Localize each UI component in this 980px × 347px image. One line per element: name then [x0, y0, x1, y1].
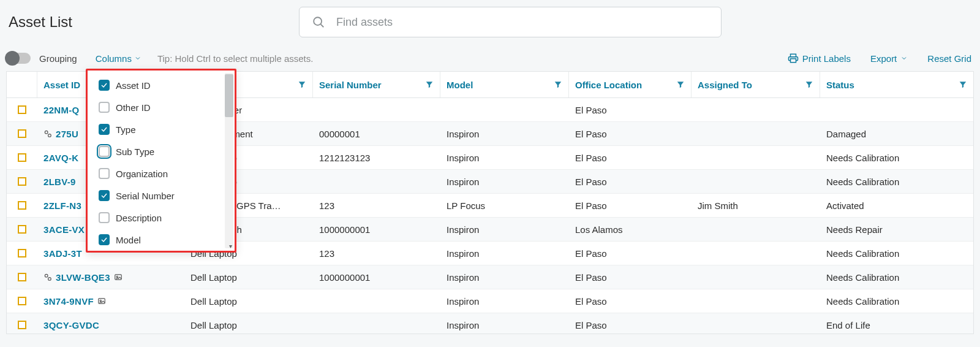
page-title: Asset List — [9, 13, 72, 31]
table-row[interactable]: 3N74-9NVFDell LaptopInspironEl PasoNeeds… — [7, 289, 973, 313]
columns-dropdown-trigger[interactable]: Columns — [96, 53, 141, 64]
dropdown-scrollbar-thumb[interactable] — [225, 74, 233, 117]
asset-id-link[interactable]: 275U — [56, 129, 78, 139]
table-row[interactable]: 3LVW-BQE3Dell Laptop1000000001InspironEl… — [7, 265, 973, 289]
header-assigned[interactable]: Assigned To — [692, 72, 820, 97]
checkbox-icon[interactable] — [18, 129, 26, 138]
checkbox-icon[interactable] — [18, 153, 26, 162]
checkbox[interactable] — [99, 146, 110, 157]
asset-id-link[interactable]: 2LBV-9 — [43, 177, 76, 187]
checkbox-icon[interactable] — [18, 201, 26, 210]
cell-location: El Paso — [569, 105, 692, 115]
filter-icon[interactable] — [805, 80, 813, 89]
filter-icon[interactable] — [554, 80, 562, 89]
cell-type: Dell Laptop — [184, 320, 313, 330]
row-select[interactable] — [7, 201, 37, 210]
row-select[interactable] — [7, 105, 37, 114]
reset-grid-button[interactable]: Reset Grid — [927, 53, 971, 64]
columns-dropdown-item[interactable]: Serial Number — [88, 185, 235, 207]
grouping-toggle[interactable] — [9, 53, 31, 64]
cell-model: Inspiron — [440, 248, 569, 259]
asset-id-link[interactable]: 3LVW-BQE3 — [56, 272, 110, 283]
asset-id-link[interactable]: 3ADJ-3T — [43, 248, 82, 259]
columns-dropdown-item-label: Other ID — [116, 102, 151, 113]
row-select[interactable] — [7, 129, 37, 138]
asset-id-link[interactable]: 2ZLF-N3 — [43, 200, 81, 211]
svg-point-6 — [45, 274, 48, 277]
checkbox[interactable] — [99, 168, 110, 179]
image-icon — [114, 273, 123, 281]
asset-id-link[interactable]: 22NM-Q — [43, 105, 79, 115]
cell-model: Inspiron — [440, 177, 569, 187]
checkbox-icon[interactable] — [18, 105, 26, 114]
columns-dropdown-item[interactable]: Sub Type — [88, 140, 235, 162]
checkbox-icon[interactable] — [18, 225, 26, 234]
columns-dropdown-item[interactable]: Model — [88, 229, 235, 251]
cell-status: Damaged — [820, 129, 973, 139]
columns-dropdown-item[interactable]: Type — [88, 118, 235, 140]
checkbox-icon[interactable] — [18, 273, 26, 281]
columns-dropdown-item-label: Description — [116, 213, 162, 223]
row-select[interactable] — [7, 321, 37, 329]
cell-serial: 1212123123 — [313, 153, 440, 163]
asset-id-link[interactable]: 3N74-9NVF — [43, 296, 94, 307]
checkbox-icon[interactable] — [18, 249, 26, 257]
cell-asset-id: 3N74-9NVF — [37, 296, 184, 307]
row-select[interactable] — [7, 177, 37, 186]
checkbox[interactable] — [99, 234, 110, 245]
table-row[interactable]: 3QCY-GVDCDell LaptopInspironEl PasoEnd o… — [7, 313, 973, 334]
tip-text: Tip: Hold Ctrl to select multiple assets… — [157, 53, 314, 64]
columns-dropdown-item[interactable]: Asset ID — [88, 74, 235, 96]
columns-dropdown[interactable]: Asset IDOther IDTypeSub TypeOrganization… — [86, 69, 236, 253]
svg-point-7 — [48, 278, 51, 281]
filter-icon[interactable] — [676, 80, 685, 89]
row-select[interactable] — [7, 225, 37, 234]
cell-serial: 1000000001 — [313, 272, 440, 283]
cell-status: Needs Calibration — [820, 153, 973, 163]
cell-model: Inspiron — [440, 272, 569, 283]
checkbox-icon[interactable] — [18, 297, 26, 305]
checkbox[interactable] — [99, 102, 110, 113]
asset-id-link[interactable]: 3ACE-VX — [43, 224, 85, 235]
print-labels-button[interactable]: Print Labels — [788, 53, 851, 64]
checkbox-icon[interactable] — [18, 321, 26, 329]
row-select[interactable] — [7, 273, 37, 281]
svg-point-11 — [100, 300, 101, 301]
row-select[interactable] — [7, 297, 37, 305]
checkbox[interactable] — [99, 212, 110, 223]
checkbox-icon[interactable] — [18, 177, 26, 186]
columns-dropdown-item[interactable]: Description — [88, 207, 235, 229]
checkbox[interactable] — [99, 190, 110, 201]
row-select[interactable] — [7, 153, 37, 162]
cell-model: Inspiron — [440, 129, 569, 139]
svg-point-9 — [116, 276, 118, 277]
export-button[interactable]: Export — [870, 53, 908, 64]
header-location-label: Office Location — [575, 80, 642, 90]
header-serial[interactable]: Serial Number — [313, 72, 440, 97]
filter-icon[interactable] — [298, 80, 306, 89]
columns-dropdown-item[interactable]: Other ID — [88, 96, 235, 118]
cell-model: Inspiron — [440, 296, 569, 307]
columns-dropdown-item-label: Model — [116, 235, 141, 245]
checkbox[interactable] — [99, 80, 110, 91]
dropdown-scrollbar[interactable] — [225, 73, 233, 248]
asset-id-link[interactable]: 2AVQ-K — [43, 153, 78, 163]
search-input[interactable] — [335, 15, 709, 29]
filter-icon[interactable] — [959, 80, 967, 89]
checkbox[interactable] — [99, 124, 110, 135]
columns-dropdown-item[interactable]: Organization — [88, 162, 235, 185]
search-box[interactable] — [299, 7, 722, 37]
header-assigned-label: Assigned To — [698, 80, 752, 90]
cell-asset-id: 3QCY-GVDC — [37, 320, 184, 330]
header-model[interactable]: Model — [440, 72, 569, 97]
asset-id-link[interactable]: 3QCY-GVDC — [43, 320, 99, 330]
svg-point-4 — [45, 131, 48, 134]
header-location[interactable]: Office Location — [569, 72, 692, 97]
cell-location: El Paso — [569, 129, 692, 139]
cell-serial: 123 — [313, 200, 440, 211]
filter-icon[interactable] — [425, 80, 434, 89]
header-status[interactable]: Status — [820, 72, 973, 97]
cell-model: Inspiron — [440, 224, 569, 235]
cell-status: Activated — [820, 200, 973, 211]
row-select[interactable] — [7, 249, 37, 257]
